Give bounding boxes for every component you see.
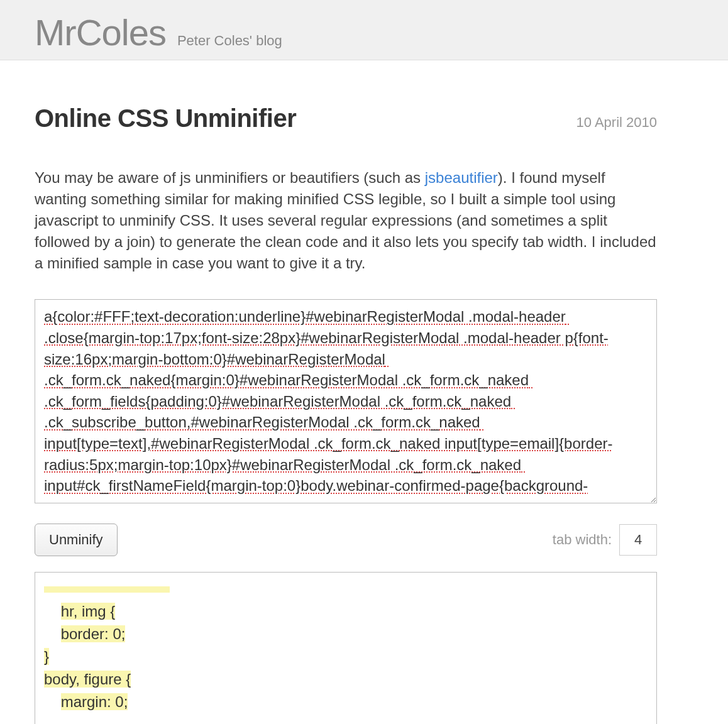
jsbeautifier-link[interactable]: jsbeautifier bbox=[425, 169, 498, 186]
tab-width-label: tab width: bbox=[553, 532, 612, 548]
main-content: Online CSS Unminifier 10 April 2010 You … bbox=[0, 60, 692, 724]
post-date: 10 April 2010 bbox=[576, 114, 657, 131]
intro-paragraph: You may be aware of js unminifiers or be… bbox=[35, 167, 657, 274]
tab-width-input[interactable] bbox=[619, 524, 657, 556]
site-header: MrColes Peter Coles' blog bbox=[0, 0, 728, 60]
tab-width-control: tab width: bbox=[553, 524, 657, 556]
title-row: Online CSS Unminifier 10 April 2010 bbox=[35, 104, 657, 133]
output-line: border: 0; bbox=[44, 625, 125, 642]
output-line: margin: 0; bbox=[44, 693, 128, 710]
output-truncated-top bbox=[44, 586, 170, 593]
output-line: hr, img { bbox=[44, 603, 115, 620]
controls-row: Unminify tab width: bbox=[35, 524, 657, 556]
page-title: Online CSS Unminifier bbox=[35, 104, 296, 133]
output-line: body, figure { bbox=[44, 671, 131, 688]
intro-text-before: You may be aware of js unminifiers or be… bbox=[35, 169, 425, 186]
site-title[interactable]: MrColes bbox=[35, 11, 166, 53]
site-subtitle: Peter Coles' blog bbox=[177, 33, 282, 49]
output-line: } bbox=[44, 648, 49, 665]
css-output-area[interactable]: hr, img { border: 0; } body, figure { ma… bbox=[35, 572, 657, 724]
css-input-textarea[interactable] bbox=[35, 299, 657, 503]
unminify-button[interactable]: Unminify bbox=[35, 524, 118, 556]
